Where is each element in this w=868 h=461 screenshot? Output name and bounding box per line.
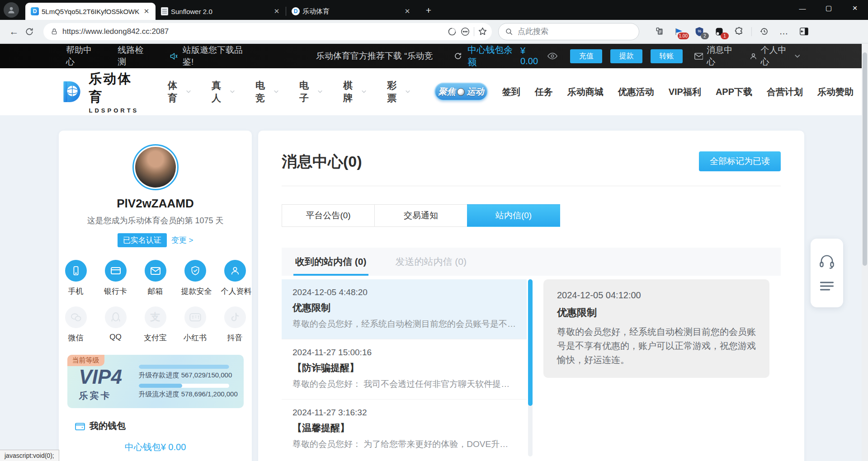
withdraw-button[interactable]: 提款 bbox=[610, 49, 642, 63]
site-topbar: 帮助中心 线路检测 站版邀您下载品鉴! 乐动体育官方推荐下载 “乐动竞 中心钱包… bbox=[0, 44, 868, 68]
maximize-button[interactable]: ▢ bbox=[816, 0, 842, 16]
wechat-icon bbox=[70, 312, 82, 322]
shield-extension-icon[interactable]: % 2 bbox=[692, 24, 707, 40]
social-wechat[interactable]: 微信 bbox=[62, 306, 90, 343]
tab-platform-announcements[interactable]: 平台公告(0) bbox=[282, 204, 375, 227]
history-icon[interactable] bbox=[756, 24, 772, 40]
tab-close-icon[interactable]: ✕ bbox=[142, 7, 151, 16]
flag-extension-icon[interactable]: 1.00 bbox=[672, 24, 687, 40]
browser-toolbar: ← https://www.ledong842.cc:2087 1.00 % 2 bbox=[0, 20, 868, 43]
menu-lottery[interactable]: 彩票 bbox=[387, 79, 410, 104]
my-wallet-title: 我的钱包 bbox=[90, 420, 126, 432]
security-email[interactable]: 邮箱 bbox=[142, 260, 170, 296]
translate-icon[interactable] bbox=[448, 27, 457, 36]
nav-right-links: 签到 任务 乐动商城 优惠活动 VIP福利 APP下载 合营计划 乐动赞助 bbox=[502, 86, 868, 98]
settings-more-button[interactable]: … bbox=[776, 24, 792, 40]
nav-checkin[interactable]: 签到 bbox=[502, 86, 520, 98]
favorite-star-icon[interactable] bbox=[478, 27, 487, 36]
more-options-icon[interactable] bbox=[460, 27, 470, 37]
minimize-button[interactable]: — bbox=[789, 0, 816, 16]
nav-mall[interactable]: 乐动商城 bbox=[567, 86, 604, 98]
browser-scrollbar[interactable] bbox=[862, 43, 868, 461]
list-scrollbar[interactable] bbox=[528, 279, 533, 456]
message-item-2[interactable]: 2024-11-27 15:00:16 【防诈骗提醒】 尊敬的会员您好： 我司不… bbox=[282, 339, 527, 399]
douyin-icon bbox=[231, 312, 240, 323]
tasks-badge: 1 bbox=[721, 33, 729, 39]
mark-all-read-button[interactable]: 全部标记为已读 bbox=[699, 151, 781, 171]
tab-transaction-notices[interactable]: 交易通知 bbox=[374, 204, 467, 227]
new-tab-button[interactable]: + bbox=[423, 5, 434, 16]
browser-profile-avatar[interactable] bbox=[4, 2, 19, 18]
menu-sports[interactable]: 体育 bbox=[168, 79, 191, 104]
menu-slots[interactable]: 电子 bbox=[299, 79, 322, 104]
toggle-balance-visibility[interactable] bbox=[547, 52, 557, 60]
svg-text:%: % bbox=[698, 28, 701, 33]
change-link[interactable]: 变更 > bbox=[171, 235, 193, 245]
social-douyin[interactable]: 抖音 bbox=[221, 306, 249, 343]
tab-close-icon[interactable]: ✕ bbox=[272, 7, 281, 16]
help-center-link[interactable]: 帮助中心 bbox=[66, 44, 98, 68]
social-qq[interactable]: QQ bbox=[102, 306, 130, 343]
address-bar[interactable]: https://www.ledong842.cc:2087 bbox=[43, 23, 492, 40]
personal-center-link[interactable]: 个人中心 bbox=[750, 44, 800, 68]
line-check-link[interactable]: 线路检测 bbox=[118, 44, 149, 68]
site-logo[interactable]: 乐动体育 LDSPORTS bbox=[59, 70, 142, 114]
message-list: 2024-12-05 4:48:20 优惠限制 尊敬的会员您好，经系统自动检测目… bbox=[282, 279, 527, 456]
tab-site-mail[interactable]: 站内信(0) bbox=[467, 204, 560, 227]
tab-close-icon[interactable]: ✕ bbox=[403, 7, 412, 16]
search-box[interactable] bbox=[498, 23, 639, 40]
collections-icon[interactable] bbox=[652, 24, 667, 40]
nav-tasks[interactable]: 任务 bbox=[535, 86, 553, 98]
message-item-3[interactable]: 2024-11-27 3:16:32 【温馨提醒】 尊敬的会员您好： 为了给您带… bbox=[282, 399, 527, 456]
deposit-button[interactable]: 充值 bbox=[570, 49, 602, 63]
sidebar-toggle-icon[interactable] bbox=[796, 24, 811, 40]
url-text[interactable]: https://www.ledong842.cc:2087 bbox=[62, 27, 448, 36]
tab-title: Sunflower 2.0 bbox=[171, 8, 269, 15]
message-item-1[interactable]: 2024-12-05 4:48:20 优惠限制 尊敬的会员您好，经系统自动检测目… bbox=[282, 279, 527, 339]
nav-sponsorship[interactable]: 乐动赞助 bbox=[817, 86, 854, 98]
list-scrollbar-thumb[interactable] bbox=[528, 279, 533, 406]
refresh-button[interactable] bbox=[22, 24, 37, 39]
menu-cards[interactable]: 棋牌 bbox=[343, 79, 366, 104]
menu-live[interactable]: 真人 bbox=[212, 79, 235, 104]
menu-esports[interactable]: 电竞 bbox=[255, 79, 278, 104]
window-controls: — ▢ × bbox=[789, 0, 868, 16]
profile-card: PlV2wZAAMD 这是您成为乐动体育会员的第 1075 天 已实名认证 变更… bbox=[59, 131, 252, 461]
browser-tab-2[interactable]: Sunflower 2.0 ✕ bbox=[156, 3, 286, 20]
refresh-balance-icon[interactable] bbox=[454, 52, 462, 61]
transfer-button[interactable]: 转账 bbox=[651, 49, 683, 63]
tasks-extension-icon[interactable]: 1 bbox=[712, 24, 727, 40]
customer-service-button[interactable] bbox=[819, 254, 835, 269]
subtab-received-mail[interactable]: 收到的站内信 (0) bbox=[293, 248, 368, 276]
focus-sports-badge[interactable]: 聚焦 运动 bbox=[434, 83, 487, 101]
security-phone[interactable]: 手机 bbox=[62, 260, 90, 296]
nav-vip[interactable]: VIP福利 bbox=[669, 86, 701, 98]
menu-button[interactable] bbox=[819, 281, 835, 292]
username: PlV2wZAAMD bbox=[59, 197, 252, 211]
social-alipay[interactable]: 支 支付宝 bbox=[142, 306, 170, 343]
browser-tab-3[interactable]: D 乐动体育 ✕ bbox=[286, 3, 416, 20]
logo-subtitle: LDSPORTS bbox=[89, 107, 142, 114]
message-center-link[interactable]: 消息中心 bbox=[694, 44, 738, 68]
browser-tab-1[interactable]: D 5LmQ5Yqo5L2T6IKyfOS5kOWKqC ✕ bbox=[25, 3, 156, 20]
search-input[interactable] bbox=[518, 27, 617, 36]
announcement-text[interactable]: 站版邀您下载品鉴! bbox=[183, 44, 248, 68]
nav-app-download[interactable]: APP下载 bbox=[716, 86, 752, 98]
subtab-sent-mail[interactable]: 发送的站内信 (0) bbox=[394, 248, 469, 276]
security-withdraw-safety[interactable]: 提款安全 bbox=[181, 260, 209, 296]
security-bankcard[interactable]: 银行卡 bbox=[102, 260, 130, 296]
flag-badge: 1.00 bbox=[678, 33, 689, 39]
extensions-puzzle-icon[interactable] bbox=[731, 24, 747, 40]
back-button[interactable]: ← bbox=[6, 24, 22, 39]
site-nav: 乐动体育 LDSPORTS 体育 真人 电竞 电子 棋牌 彩票 聚焦 运动 签到… bbox=[0, 68, 868, 115]
browser-scrollbar-thumb[interactable] bbox=[863, 52, 867, 266]
nav-promotions[interactable]: 优惠活动 bbox=[618, 86, 654, 98]
close-window-button[interactable]: × bbox=[842, 0, 868, 16]
avatar[interactable] bbox=[132, 144, 179, 190]
security-grid: 手机 银行卡 邮箱 提款安全 个人资料 bbox=[59, 260, 252, 296]
security-profile[interactable]: 个人资料 bbox=[221, 260, 249, 296]
social-xiaohongshu[interactable]: 小红书 bbox=[181, 306, 209, 343]
status-bar-link-preview: javascript:void(0); bbox=[0, 450, 59, 461]
nav-affiliate[interactable]: 合营计划 bbox=[767, 86, 803, 98]
extension-area: 1.00 % 2 1 … bbox=[652, 24, 811, 40]
